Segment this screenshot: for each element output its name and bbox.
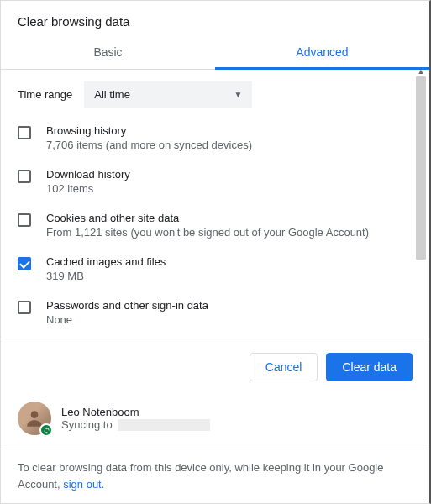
dialog-title: Clear browsing data — [18, 14, 413, 29]
option-row: Cookies and other site dataFrom 1,121 si… — [18, 212, 413, 239]
option-subtitle: 102 items — [46, 182, 130, 195]
divider — [1, 449, 429, 449]
tab-advanced[interactable]: Advanced — [215, 35, 429, 69]
option-row: Passwords and other sign-in dataNone — [18, 299, 413, 326]
scrollbar-thumb[interactable] — [416, 76, 426, 260]
svg-point-0 — [31, 411, 39, 418]
cancel-button[interactable]: Cancel — [250, 353, 318, 381]
checkbox-browsing-history[interactable] — [18, 126, 31, 139]
option-subtitle: From 1,121 sites (you won't be signed ou… — [46, 226, 369, 239]
checkbox-cookies-and-other-site-data[interactable] — [18, 213, 31, 227]
notice-text: To clear browsing data from this device … — [18, 459, 413, 492]
option-row: Browsing history7,706 items (and more on… — [18, 124, 413, 151]
option-title: Download history — [46, 168, 130, 181]
option-title: Passwords and other sign-in data — [46, 299, 208, 312]
profile-row: Leo Notenboom Syncing to — [18, 402, 413, 435]
sync-badge-icon — [39, 423, 53, 437]
profile-name: Leo Notenboom — [61, 406, 210, 418]
profile-sync-status: Syncing to — [61, 418, 210, 431]
option-row: Cached images and files319 MB — [18, 255, 413, 282]
options-scroll-area: ▲ Time range All time ▼ Browsing history… — [1, 70, 429, 339]
sign-out-link[interactable]: sign out — [63, 478, 102, 491]
time-range-label: Time range — [18, 88, 72, 101]
time-range-value: All time — [94, 88, 130, 101]
checkbox-download-history[interactable] — [18, 170, 31, 183]
option-subtitle: 319 MB — [46, 270, 166, 282]
tabs: Basic Advanced — [1, 35, 429, 70]
redacted-email — [118, 419, 210, 431]
tab-basic[interactable]: Basic — [1, 35, 215, 69]
scroll-up-icon[interactable]: ▲ — [416, 70, 426, 76]
option-title: Cookies and other site data — [46, 212, 369, 224]
time-range-dropdown[interactable]: All time ▼ — [84, 81, 252, 108]
checkbox-passwords-and-other-sign-in-data[interactable] — [18, 301, 31, 314]
option-title: Cached images and files — [46, 255, 166, 268]
checkbox-cached-images-and-files[interactable] — [18, 257, 31, 270]
option-subtitle: None — [46, 313, 208, 326]
option-row: Download history102 items — [18, 168, 413, 195]
option-title: Browsing history — [46, 124, 252, 137]
clear-data-button[interactable]: Clear data — [326, 353, 413, 381]
option-subtitle: 7,706 items (and more on synced devices) — [46, 139, 252, 151]
chevron-down-icon: ▼ — [234, 90, 242, 99]
